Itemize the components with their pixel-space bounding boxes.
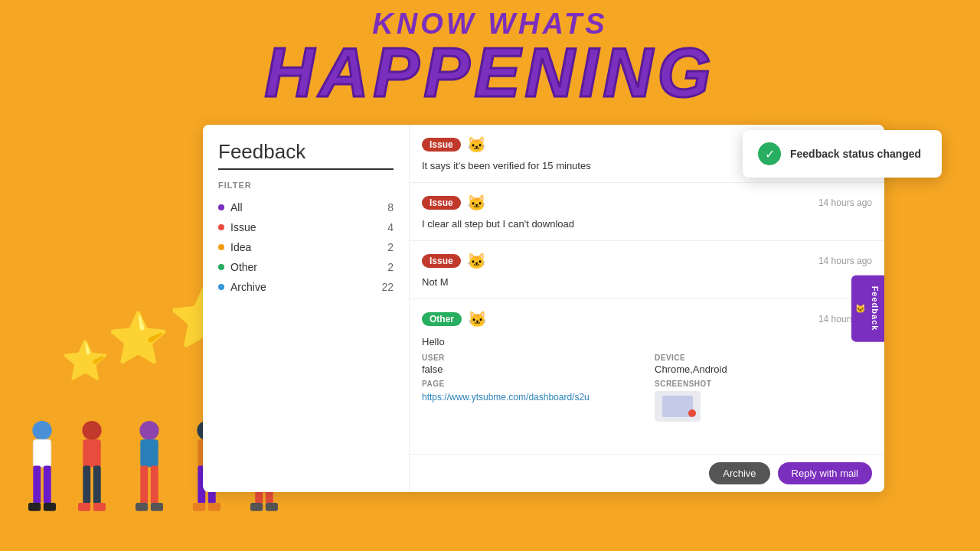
svg-point-12 [139,421,158,440]
badge-other-4: Other [422,312,462,326]
filter-item-idea[interactable]: Idea 2 [218,237,394,257]
user-label: USER [422,354,639,362]
dot-other [218,264,224,270]
filter-count-idea: 2 [387,241,394,253]
svg-rect-28 [250,503,263,511]
svg-rect-22 [193,503,205,511]
filter-label-archive: Archive [230,281,266,293]
action-bar: Archive Reply with mail [410,454,884,492]
svg-rect-23 [208,503,220,511]
page-link[interactable]: https://www.ytsubme.com/dashboard/s2u [422,392,590,403]
toast-message: Feedback status changed [790,148,921,160]
reply-with-mail-button[interactable]: Reply with mail [778,462,872,484]
sidebar: Feedback FILTER All 8 Issue 4 Idea 2 [203,125,410,492]
card-text-3: Not M [422,276,872,288]
other-greeting: Hello [422,336,872,347]
svg-rect-29 [266,503,278,511]
other-card-body: Hello USER false DEVICE Chrome,Android P… [422,336,872,422]
page-label: PAGE [422,380,639,388]
person-figure [65,413,119,551]
dot-idea [218,244,224,250]
badge-issue-3: Issue [422,254,461,268]
filter-label-idea: Idea [230,241,251,253]
avatar-1: 🐱 [467,134,488,155]
star-icon: ⭐ [107,309,169,367]
dot-archive [218,284,224,290]
svg-rect-1 [33,439,51,467]
screenshot-label: SCREENSHOT [655,380,872,388]
card-text-2: I clear all step but I can't download [422,218,872,230]
feedback-card-3: Issue 🐱 14 hours ago Not M [410,241,884,299]
filter-count-archive: 22 [381,281,394,293]
device-field: DEVICE Chrome,Android [655,354,872,375]
filter-count-all: 8 [387,201,394,214]
person-figure [122,413,176,551]
main-panel: Feedback FILTER All 8 Issue 4 Idea 2 [203,125,884,492]
filter-count-issue: 4 [387,221,394,233]
toast-notification: ✓ Feedback status changed [743,130,942,178]
banner-happening: HAPPENING [0,41,980,106]
svg-rect-14 [140,465,148,504]
screenshot-box [655,391,701,422]
archive-button[interactable]: Archive [709,462,769,484]
filter-item-archive[interactable]: Archive 22 [218,277,394,297]
device-value: Chrome,Android [655,364,872,375]
filter-label-all: All [230,201,243,214]
screenshot-dot [688,409,696,417]
sidebar-title: Feedback [218,140,394,170]
card-time-3: 14 hours ago [818,256,872,266]
feedback-side-tab[interactable]: Feedback 🐱 [851,276,884,342]
svg-rect-5 [44,503,56,511]
filter-item-other[interactable]: Other 2 [218,257,394,277]
avatar-2: 🐱 [467,192,488,214]
content-area: Issue 🐱 It says it's been verified for 1… [410,125,884,492]
other-fields: USER false DEVICE Chrome,Android PAGE ht… [422,354,872,422]
svg-rect-7 [83,439,100,467]
star-icon: ⭐ [61,338,109,383]
svg-rect-10 [78,503,90,511]
dot-issue [218,224,224,230]
svg-rect-8 [83,465,90,504]
svg-rect-4 [28,503,41,511]
toast-check-icon: ✓ [758,142,781,165]
filter-label-issue: Issue [230,221,256,233]
side-tab-label: Feedback [871,286,880,331]
feedback-card-4: Other 🐱 14 hours ago Hello USER false DE… [410,299,884,468]
page-field: PAGE https://www.ytsubme.com/dashboard/s… [422,380,639,422]
svg-rect-16 [136,503,148,511]
avatar-3: 🐱 [467,250,488,272]
device-label: DEVICE [655,354,872,362]
banner: KNOW WHATS HAPPENING [0,0,980,110]
dot-all [218,204,224,210]
badge-issue-2: Issue [422,196,461,210]
svg-point-6 [82,421,101,440]
svg-rect-15 [151,465,158,504]
svg-rect-13 [140,439,158,467]
svg-rect-11 [93,503,106,511]
svg-rect-9 [93,465,101,504]
screenshot-field: SCREENSHOT [655,380,872,422]
card-time-2: 14 hours ago [818,197,872,208]
person-figure [15,413,69,551]
svg-rect-2 [33,465,41,504]
user-value: false [422,364,639,375]
svg-rect-3 [44,465,51,504]
filter-item-all[interactable]: All 8 [218,197,394,217]
svg-point-0 [32,421,51,440]
badge-issue-1: Issue [422,138,461,152]
svg-rect-17 [151,503,163,511]
filter-item-issue[interactable]: Issue 4 [218,217,394,237]
side-tab-icon: 🐱 [856,303,866,314]
filter-count-other: 2 [387,261,394,273]
user-field: USER false [422,354,639,375]
filter-label: FILTER [218,181,394,190]
avatar-4: 🐱 [468,308,489,330]
feedback-card-2: Issue 🐱 14 hours ago I clear all step bu… [410,183,884,241]
filter-label-other: Other [230,261,257,273]
